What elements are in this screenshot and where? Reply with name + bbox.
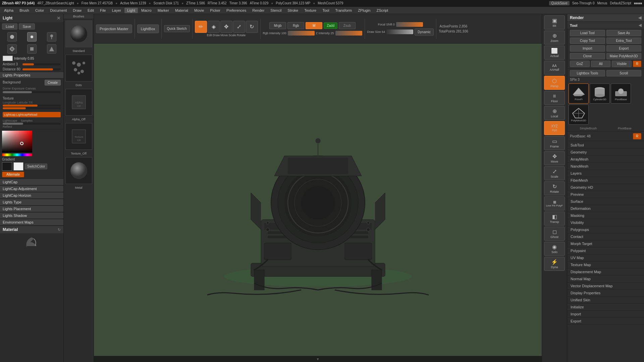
menu-stencil[interactable]: Stencil: [268, 8, 284, 13]
menu-tool[interactable]: Tool: [320, 8, 332, 13]
section-surface[interactable]: Surface: [567, 198, 644, 205]
color-box-black[interactable]: [2, 162, 12, 171]
all-btn[interactable]: All: [591, 61, 611, 67]
menu-light[interactable]: Light: [124, 8, 138, 13]
z-intensity-slider[interactable]: [335, 31, 362, 36]
lightbox-tools-btn[interactable]: Lightbox Tools: [570, 70, 605, 76]
scale-btn[interactable]: ⤢: [233, 21, 245, 33]
scroll-btn[interactable]: Scroll: [606, 70, 642, 76]
blt-btn[interactable]: ▣ Blt: [544, 15, 565, 29]
menu-transform[interactable]: Transform: [332, 8, 355, 13]
section-geometry-hd[interactable]: Geometry HD: [567, 184, 644, 191]
menu-brush[interactable]: Brush: [17, 8, 32, 13]
pivotbase-r-btn[interactable]: R: [633, 133, 641, 139]
section-displacement-map[interactable]: Displacement Map: [567, 268, 644, 276]
copy-tool-btn[interactable]: Copy Tool: [570, 38, 605, 44]
local-btn[interactable]: ⊕ Local: [544, 106, 565, 120]
section-preview[interactable]: Preview: [567, 191, 644, 198]
import-btn[interactable]: Import: [570, 45, 605, 52]
zoom-btn[interactable]: ⊕ Zoom: [544, 31, 565, 45]
section-initialize[interactable]: Initialize: [567, 304, 644, 311]
distance-track[interactable]: [22, 68, 61, 70]
hue-bar[interactable]: [2, 154, 32, 156]
move-btn[interactable]: ✥: [220, 21, 232, 33]
m-btn[interactable]: M: [306, 22, 322, 29]
section-export[interactable]: Export: [567, 318, 644, 325]
orange-bar[interactable]: Lightcap.LightcapReload: [3, 112, 61, 117]
tool-collapse-icon[interactable]: ◀: [639, 23, 641, 27]
menu-zscript[interactable]: ZScript: [374, 8, 391, 13]
menu-zplugin[interactable]: ZPlugin: [355, 8, 373, 13]
section-deformation[interactable]: Deformation: [567, 205, 644, 212]
export-btn[interactable]: Export: [606, 45, 642, 52]
light-icon-3[interactable]: [47, 32, 56, 42]
panel-close-icon[interactable]: ✕: [57, 15, 61, 21]
menu-draw[interactable]: Draw: [70, 8, 84, 13]
ghost-btn[interactable]: ◻ Ghost: [544, 227, 565, 241]
light-icon-5[interactable]: [27, 44, 37, 54]
mrgb-btn[interactable]: Mrgb: [269, 22, 286, 29]
ambient-track[interactable]: [22, 63, 61, 65]
menu-render[interactable]: Render: [250, 8, 267, 13]
section-visibility[interactable]: Visibility: [567, 219, 644, 226]
light-icon-2[interactable]: [27, 32, 37, 42]
section-normal-map[interactable]: Normal Map: [567, 276, 644, 283]
menu-movie[interactable]: Movie: [192, 8, 207, 13]
rgb-btn[interactable]: Rgb: [287, 22, 304, 29]
actual-btn[interactable]: ⬜ Actual: [544, 46, 565, 60]
section-display-properties[interactable]: Display Properties: [567, 290, 644, 297]
lightcap-adj-header[interactable]: LightCap Adjustment: [0, 185, 63, 192]
section-texture-map[interactable]: Texture Map: [567, 261, 644, 268]
menu-layer[interactable]: Layer: [109, 8, 124, 13]
lightcap-header[interactable]: LightCap: [0, 179, 63, 185]
linefill-btn[interactable]: ▦ Line Fill PolyF: [544, 196, 565, 210]
draw-size-slider[interactable]: [386, 29, 413, 34]
r-btn[interactable]: R: [633, 61, 641, 67]
viewport[interactable]: ▼: [94, 44, 542, 362]
menu-preferences[interactable]: Preferences: [224, 8, 249, 13]
section-vector-displacement-map[interactable]: Vector Displacement Map: [567, 283, 644, 290]
clone-btn[interactable]: Clone: [570, 53, 605, 59]
extra-tool-btn[interactable]: Extra_Tool: [606, 38, 642, 44]
solo-btn[interactable]: ◉ Solo: [544, 242, 565, 256]
zsub-btn[interactable]: Zsub: [339, 22, 356, 29]
move-btn2[interactable]: ✥ Move: [544, 151, 565, 165]
menu-marker[interactable]: Marker: [155, 8, 172, 13]
menu-alpha[interactable]: Alpha: [1, 8, 16, 13]
section-unified-skin[interactable]: Unified Skin: [567, 297, 644, 304]
create-btn[interactable]: Create: [45, 80, 61, 85]
tool-thumb-polymesh3d[interactable]: PolyMesh3D: [569, 105, 589, 125]
lightbox-btn[interactable]: LightBox: [137, 24, 159, 33]
section-nanomesh[interactable]: NanoMesh: [567, 163, 644, 170]
section-masking[interactable]: Masking: [567, 212, 644, 219]
frame-btn[interactable]: ▭ Frame: [544, 136, 565, 150]
section-subtool[interactable]: SubTool: [567, 142, 644, 149]
rgb-intensity-slider[interactable]: [288, 31, 315, 36]
menu-picker[interactable]: Picker: [207, 8, 223, 13]
dyna-btn[interactable]: ⚡ Dyna: [544, 257, 565, 271]
draw-btn[interactable]: ◈: [208, 21, 220, 33]
tool-thumb-primitiveplane[interactable]: PrimPl: [569, 83, 589, 104]
projection-master-btn[interactable]: Projection Master: [96, 24, 132, 33]
brush-standard[interactable]: [65, 20, 92, 47]
zadd-btn[interactable]: Zadd: [324, 22, 337, 29]
alternate-btn[interactable]: Alternate: [2, 172, 24, 177]
save-btn[interactable]: Save: [19, 23, 35, 29]
brush-metal[interactable]: [65, 157, 92, 184]
transp-btn[interactable]: ◧ Transp: [544, 212, 565, 226]
color-gradient-container[interactable]: [2, 131, 32, 156]
visible-btn[interactable]: Visible: [612, 61, 632, 67]
section-morph-target[interactable]: Morph Target: [567, 240, 644, 247]
menu-stroke[interactable]: Stroke: [285, 8, 301, 13]
menu-file[interactable]: File: [97, 8, 109, 13]
section-arraymesh[interactable]: ArrayMesh: [567, 156, 644, 163]
section-fibermesh[interactable]: FiberMesh: [567, 177, 644, 184]
quicksave-btn[interactable]: QuickSave: [549, 1, 569, 5]
lights-type-header[interactable]: Lights Type: [0, 199, 63, 205]
menu-document[interactable]: Document: [47, 8, 69, 13]
color-gradient[interactable]: [2, 131, 32, 153]
tool-thumb-cylinder3d[interactable]: Cylinder3D: [590, 83, 610, 104]
lights-shadow-header[interactable]: Lights Shadow: [0, 212, 63, 219]
see-through[interactable]: See-Through 0: [572, 1, 595, 5]
section-polypaint[interactable]: Polypaint: [567, 247, 644, 254]
